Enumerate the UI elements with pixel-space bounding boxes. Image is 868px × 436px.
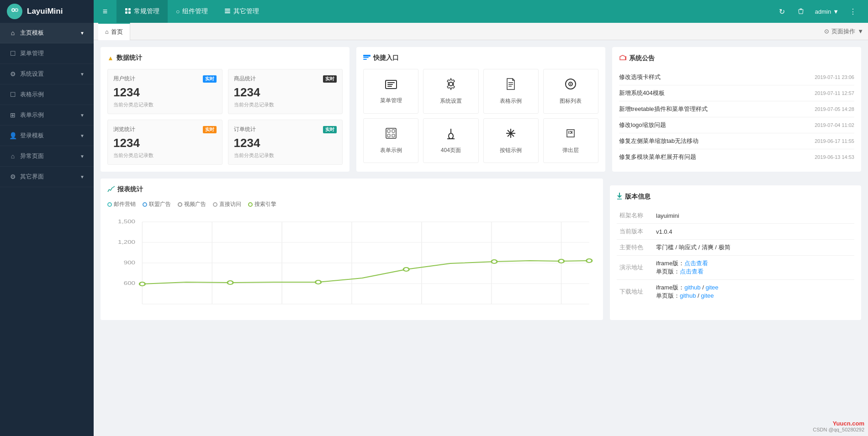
quick-item-popup[interactable]: 弹出层 — [543, 118, 598, 163]
svg-rect-26 — [387, 130, 390, 132]
nav-toggle-btn[interactable]: ≡ — [94, 0, 116, 23]
watermark-sub: CSDN @qq_50280292 — [813, 427, 864, 432]
quick-item-form[interactable]: 表单示例 — [363, 118, 418, 163]
stat-header-views: 浏览统计 实时 — [113, 126, 217, 133]
svg-point-49 — [228, 281, 233, 284]
sidebar-item-menu[interactable]: ☐ 菜单管理 — [0, 43, 94, 64]
sidebar-item-settings[interactable]: ⚙ 系统设置 ▼ — [0, 64, 94, 84]
version-row-name: 框架名称 layuimini — [617, 208, 854, 224]
version-key-feature: 主要特色 — [617, 240, 653, 256]
legend-label-search: 搜索引擎 — [254, 200, 276, 208]
tab-home[interactable]: ⌂ 首页 — [98, 23, 130, 40]
stats-icon: ▲ — [107, 54, 114, 62]
announce-title-1[interactable]: 新增系统404模板 — [619, 89, 665, 97]
sidebar-item-error[interactable]: ⌂ 异常页面 ▼ — [0, 146, 94, 167]
quick-item-menu[interactable]: 菜单管理 — [363, 69, 418, 114]
quick-item-label-2: 表格示例 — [500, 97, 522, 105]
tab-home-label: 首页 — [111, 28, 123, 36]
svg-point-52 — [492, 260, 497, 263]
page-actions-btn[interactable]: ⊙ 页面操作 ▼ — [824, 27, 863, 36]
announce-time-1: 2019-07-11 12:57 — [815, 90, 854, 96]
download-single-gitee[interactable]: gitee — [701, 292, 714, 299]
nav-regular-label: 常规管理 — [134, 7, 159, 16]
announce-title-2[interactable]: 新增treetable插件和菜单管理样式 — [619, 105, 708, 113]
quick-settings-icon — [445, 78, 457, 94]
announce-time-4: 2019-06-17 11:55 — [815, 138, 854, 144]
download-iframe-github[interactable]: github — [684, 284, 700, 291]
version-val-demo: iframe版：点击查看 单页版：点击查看 — [653, 256, 854, 280]
sidebar-item-form[interactable]: ⊞ 表单示例 ▼ — [0, 105, 94, 126]
nav-item-regular[interactable]: 常规管理 — [116, 0, 168, 23]
quick-popup-icon — [565, 127, 576, 143]
sidebar-item-label-2: 系统设置 — [20, 70, 76, 78]
download-single-github[interactable]: github — [680, 292, 696, 299]
svg-rect-27 — [392, 130, 395, 132]
sidebar-item-home[interactable]: ⌂ 主页模板 ▼ — [0, 23, 94, 43]
svg-rect-6 — [125, 11, 127, 14]
sidebar-item-label-3: 表格示例 — [20, 90, 85, 99]
legend-direct: 直接访问 — [213, 200, 241, 208]
demo-iframe-link[interactable]: 点击查看 — [684, 260, 708, 267]
stat-number-orders: 1234 — [234, 136, 337, 150]
announce-card: 系统公告 修改选项卡样式 2019-07-11 23:06 新增系统404模板 … — [612, 47, 861, 172]
chart-legend: 邮件营销 联盟广告 视频广告 直接访问 — [107, 200, 596, 208]
svg-rect-21 — [508, 86, 512, 87]
stat-number-goods: 1234 — [234, 85, 337, 100]
demo-single-link[interactable]: 点击查看 — [680, 268, 704, 275]
stat-item-users: 用户统计 实时 1234 当前分类总记录数 — [107, 69, 222, 114]
quick-item-table[interactable]: 表格示例 — [483, 69, 539, 114]
quick-item-settings[interactable]: 系统设置 — [423, 69, 478, 114]
version-val-name: layuimini — [653, 208, 854, 224]
svg-text:1,500: 1,500 — [118, 219, 135, 225]
version-key-name: 框架名称 — [617, 208, 653, 224]
stat-header-orders: 订单统计 实时 — [234, 126, 337, 133]
sidebar-item-label: 主页模板 — [20, 29, 76, 37]
sidebar-item-other-ui[interactable]: ⚙ 其它界面 ▼ — [0, 167, 94, 187]
download-iframe-gitee[interactable]: gitee — [705, 284, 718, 291]
stat-label-users: 用户统计 — [113, 75, 135, 83]
tab-home-icon: ⌂ — [105, 28, 109, 35]
legend-dot-alliance — [143, 202, 147, 207]
legend-label-email: 邮件营销 — [114, 200, 136, 208]
quick-item-label-3: 图标列表 — [560, 97, 582, 105]
stat-item-orders: 订单统计 实时 1234 当前分类总记录数 — [228, 120, 343, 165]
stat-number-users: 1234 — [113, 85, 217, 100]
quick-table-icon — [505, 78, 516, 94]
nav-item-component[interactable]: ○ 组件管理 — [168, 0, 216, 23]
quick-item-btn[interactable]: 按钮示例 — [483, 118, 539, 163]
announce-item-5: 修复多模块菜单栏展开有问题 2019-06-13 14:53 — [619, 149, 854, 165]
sidebar-item-login[interactable]: 👤 登录模板 ▼ — [0, 126, 94, 146]
nav-item-other[interactable]: 其它管理 — [216, 0, 267, 23]
sidebar-item-table[interactable]: ☐ 表格示例 — [0, 84, 94, 105]
announce-title-4[interactable]: 修复左侧菜单缩放tab无法移动 — [619, 137, 699, 145]
version-val-download: iframe版：github / gitee 单页版：github / gite… — [653, 280, 854, 304]
delete-btn[interactable] — [793, 3, 809, 20]
announce-item-2: 新增treetable插件和菜单管理样式 2019-07-05 14:28 — [619, 101, 854, 117]
legend-dot-search — [248, 202, 253, 207]
content-area: ⌂ 首页 ⊙ 页面操作 ▼ ▲ 数据统计 — [94, 23, 868, 436]
admin-dropdown[interactable]: admin ▼ — [811, 8, 842, 15]
svg-point-53 — [558, 259, 564, 263]
quick-item-icons[interactable]: 图标列表 — [543, 69, 598, 114]
sidebar-item-label-6: 异常页面 — [20, 152, 76, 160]
announce-title-5[interactable]: 修复多模块菜单栏展开有问题 — [619, 153, 696, 161]
svg-rect-9 — [225, 11, 230, 11]
quick-item-label-6: 按钮示例 — [500, 147, 522, 154]
stat-label-orders: 订单统计 — [234, 126, 256, 133]
quick-icon — [363, 54, 370, 62]
announce-title-3[interactable]: 修改logo缩放问题 — [619, 121, 666, 129]
sidebar-item-label-5: 登录模板 — [20, 131, 76, 140]
announce-title-0[interactable]: 修改选项卡样式 — [619, 73, 661, 81]
arrow-icon-6: ▼ — [80, 154, 85, 159]
legend-label-direct: 直接访问 — [219, 200, 241, 208]
refresh-btn[interactable]: ↻ — [774, 3, 790, 20]
svg-point-50 — [316, 280, 321, 284]
announce-item-1: 新增系统404模板 2019-07-11 12:57 — [619, 85, 854, 101]
quick-item-404[interactable]: 404页面 — [423, 118, 478, 163]
chart-title: 报表统计 — [107, 185, 596, 194]
arrow-icon-4: ▼ — [80, 113, 85, 118]
chart-card: 报表统计 邮件营销 联盟广告 视频广告 — [101, 179, 603, 320]
more-btn[interactable]: ⋮ — [845, 3, 861, 20]
announce-item-0: 修改选项卡样式 2019-07-11 23:06 — [619, 69, 854, 85]
svg-rect-11 — [363, 55, 370, 57]
